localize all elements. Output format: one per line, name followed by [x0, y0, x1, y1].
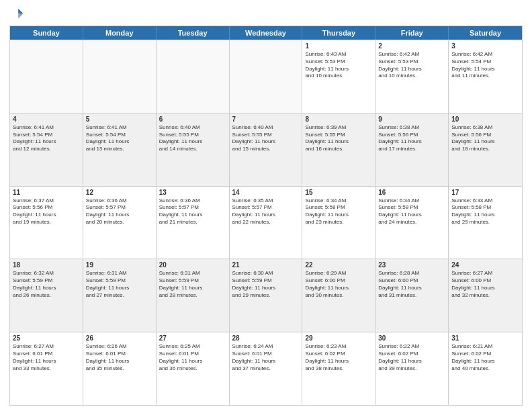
day-number: 30 [378, 334, 445, 342]
day-info: Sunrise: 6:37 AM Sunset: 5:56 PM Dayligh… [13, 197, 80, 226]
day-number: 4 [13, 116, 80, 123]
header-day-wednesday: Wednesday [230, 26, 303, 40]
day-number: 5 [86, 116, 153, 123]
day-number: 21 [232, 261, 300, 269]
day-number: 29 [305, 334, 372, 342]
cal-cell: 11Sunrise: 6:37 AM Sunset: 5:56 PM Dayli… [10, 187, 83, 259]
cal-cell: 6Sunrise: 6:40 AM Sunset: 5:55 PM Daylig… [157, 113, 230, 186]
day-number: 23 [378, 261, 445, 269]
day-info: Sunrise: 6:42 AM Sunset: 5:53 PM Dayligh… [378, 51, 445, 80]
header-day-sunday: Sunday [10, 26, 83, 40]
day-info: Sunrise: 6:31 AM Sunset: 5:59 PM Dayligh… [159, 270, 226, 299]
cal-cell: 14Sunrise: 6:35 AM Sunset: 5:57 PM Dayli… [230, 187, 303, 259]
cal-cell: 9Sunrise: 6:38 AM Sunset: 5:56 PM Daylig… [375, 113, 449, 186]
cal-cell: 12Sunrise: 6:36 AM Sunset: 5:57 PM Dayli… [83, 187, 157, 259]
day-number: 18 [13, 261, 80, 269]
day-number: 17 [451, 189, 519, 196]
day-info: Sunrise: 6:26 AM Sunset: 6:01 PM Dayligh… [86, 343, 153, 372]
cal-cell: 23Sunrise: 6:28 AM Sunset: 6:00 PM Dayli… [375, 259, 449, 332]
cal-cell [157, 40, 230, 113]
day-number: 12 [86, 189, 153, 196]
header-day-thursday: Thursday [302, 26, 375, 40]
header-day-friday: Friday [375, 26, 449, 40]
cal-cell: 31Sunrise: 6:21 AM Sunset: 6:02 PM Dayli… [449, 332, 522, 405]
day-info: Sunrise: 6:27 AM Sunset: 6:01 PM Dayligh… [13, 343, 80, 372]
cal-cell: 25Sunrise: 6:27 AM Sunset: 6:01 PM Dayli… [10, 332, 83, 405]
day-info: Sunrise: 6:35 AM Sunset: 5:57 PM Dayligh… [232, 197, 300, 226]
day-number: 2 [378, 42, 445, 50]
cal-cell [83, 40, 157, 113]
day-info: Sunrise: 6:21 AM Sunset: 6:02 PM Dayligh… [451, 343, 519, 372]
week-row-2: 4Sunrise: 6:41 AM Sunset: 5:54 PM Daylig… [10, 113, 522, 186]
cal-cell: 29Sunrise: 6:23 AM Sunset: 6:02 PM Dayli… [302, 332, 375, 405]
day-number: 7 [232, 116, 300, 123]
header-day-saturday: Saturday [449, 26, 522, 40]
day-number: 14 [232, 189, 300, 196]
calendar-header-row: SundayMondayTuesdayWednesdayThursdayFrid… [10, 26, 522, 40]
svg-marker-1 [18, 13, 23, 18]
cal-cell: 18Sunrise: 6:32 AM Sunset: 5:59 PM Dayli… [10, 259, 83, 332]
day-info: Sunrise: 6:24 AM Sunset: 6:01 PM Dayligh… [232, 343, 300, 372]
header-day-monday: Monday [83, 26, 157, 40]
day-number: 3 [451, 42, 519, 50]
day-number: 28 [232, 334, 300, 342]
day-info: Sunrise: 6:29 AM Sunset: 6:00 PM Dayligh… [305, 270, 372, 299]
day-info: Sunrise: 6:38 AM Sunset: 5:56 PM Dayligh… [378, 124, 445, 153]
day-info: Sunrise: 6:32 AM Sunset: 5:59 PM Dayligh… [13, 270, 80, 299]
cal-cell: 19Sunrise: 6:31 AM Sunset: 5:59 PM Dayli… [83, 259, 157, 332]
day-number: 1 [305, 42, 372, 50]
day-info: Sunrise: 6:43 AM Sunset: 5:53 PM Dayligh… [305, 51, 372, 80]
header-day-tuesday: Tuesday [157, 26, 230, 40]
day-number: 22 [305, 261, 372, 269]
day-info: Sunrise: 6:36 AM Sunset: 5:57 PM Dayligh… [86, 197, 153, 226]
calendar: SundayMondayTuesdayWednesdayThursdayFrid… [9, 26, 523, 406]
cal-cell: 21Sunrise: 6:30 AM Sunset: 5:59 PM Dayli… [230, 259, 303, 332]
day-info: Sunrise: 6:40 AM Sunset: 5:55 PM Dayligh… [159, 124, 226, 153]
day-number: 13 [159, 189, 226, 196]
cal-cell: 15Sunrise: 6:34 AM Sunset: 5:58 PM Dayli… [302, 187, 375, 259]
cal-cell: 20Sunrise: 6:31 AM Sunset: 5:59 PM Dayli… [157, 259, 230, 332]
day-info: Sunrise: 6:27 AM Sunset: 6:00 PM Dayligh… [451, 270, 519, 299]
day-info: Sunrise: 6:41 AM Sunset: 5:54 PM Dayligh… [86, 124, 153, 153]
day-info: Sunrise: 6:42 AM Sunset: 5:54 PM Dayligh… [451, 51, 519, 80]
cal-cell: 24Sunrise: 6:27 AM Sunset: 6:00 PM Dayli… [449, 259, 522, 332]
week-row-5: 25Sunrise: 6:27 AM Sunset: 6:01 PM Dayli… [10, 332, 522, 405]
day-info: Sunrise: 6:38 AM Sunset: 5:56 PM Dayligh… [451, 124, 519, 153]
day-info: Sunrise: 6:34 AM Sunset: 5:58 PM Dayligh… [378, 197, 445, 226]
day-info: Sunrise: 6:23 AM Sunset: 6:02 PM Dayligh… [305, 343, 372, 372]
cal-cell: 13Sunrise: 6:36 AM Sunset: 5:57 PM Dayli… [157, 187, 230, 259]
logo [9, 7, 26, 21]
day-number: 24 [451, 261, 519, 269]
day-number: 6 [159, 116, 226, 123]
day-number: 31 [451, 334, 519, 342]
svg-marker-0 [18, 9, 23, 13]
calendar-body: 1Sunrise: 6:43 AM Sunset: 5:53 PM Daylig… [10, 40, 522, 405]
cal-cell: 1Sunrise: 6:43 AM Sunset: 5:53 PM Daylig… [302, 40, 375, 113]
day-info: Sunrise: 6:28 AM Sunset: 6:00 PM Dayligh… [378, 270, 445, 299]
logo-icon [9, 7, 24, 21]
cal-cell: 8Sunrise: 6:39 AM Sunset: 5:55 PM Daylig… [302, 113, 375, 186]
day-number: 20 [159, 261, 226, 269]
day-number: 26 [86, 334, 153, 342]
day-info: Sunrise: 6:22 AM Sunset: 6:02 PM Dayligh… [378, 343, 445, 372]
week-row-3: 11Sunrise: 6:37 AM Sunset: 5:56 PM Dayli… [10, 186, 522, 259]
day-info: Sunrise: 6:30 AM Sunset: 5:59 PM Dayligh… [232, 270, 300, 299]
day-number: 19 [86, 261, 153, 269]
week-row-4: 18Sunrise: 6:32 AM Sunset: 5:59 PM Dayli… [10, 259, 522, 332]
page: SundayMondayTuesdayWednesdayThursdayFrid… [0, 0, 532, 411]
cal-cell: 30Sunrise: 6:22 AM Sunset: 6:02 PM Dayli… [375, 332, 449, 405]
day-info: Sunrise: 6:36 AM Sunset: 5:57 PM Dayligh… [159, 197, 226, 226]
day-number: 16 [378, 189, 445, 196]
day-number: 25 [13, 334, 80, 342]
cal-cell: 28Sunrise: 6:24 AM Sunset: 6:01 PM Dayli… [230, 332, 303, 405]
cal-cell [10, 40, 83, 113]
cal-cell: 7Sunrise: 6:40 AM Sunset: 5:55 PM Daylig… [230, 113, 303, 186]
day-info: Sunrise: 6:40 AM Sunset: 5:55 PM Dayligh… [232, 124, 300, 153]
day-number: 8 [305, 116, 372, 123]
cal-cell: 4Sunrise: 6:41 AM Sunset: 5:54 PM Daylig… [10, 113, 83, 186]
cal-cell: 26Sunrise: 6:26 AM Sunset: 6:01 PM Dayli… [83, 332, 157, 405]
cal-cell: 5Sunrise: 6:41 AM Sunset: 5:54 PM Daylig… [83, 113, 157, 186]
day-info: Sunrise: 6:34 AM Sunset: 5:58 PM Dayligh… [305, 197, 372, 226]
cal-cell: 16Sunrise: 6:34 AM Sunset: 5:58 PM Dayli… [375, 187, 449, 259]
day-info: Sunrise: 6:25 AM Sunset: 6:01 PM Dayligh… [159, 343, 226, 372]
